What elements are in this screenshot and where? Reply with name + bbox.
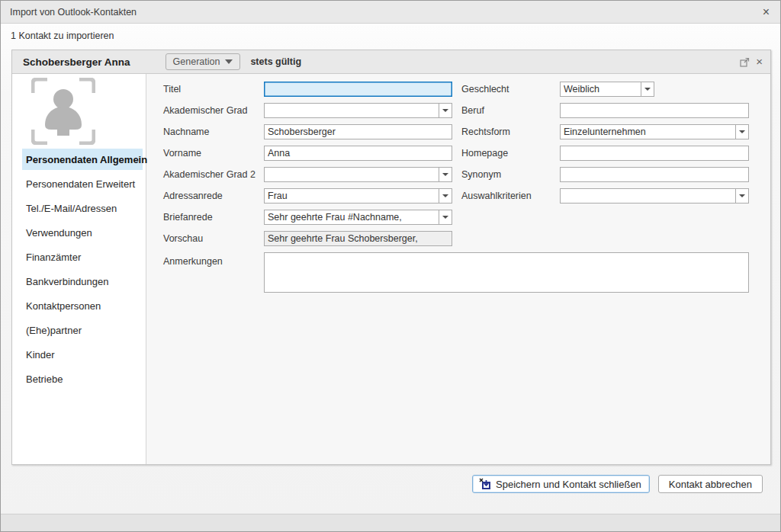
field-wrap-anmerkungen xyxy=(264,252,749,293)
sidebar-item-label: Verwendungen xyxy=(26,227,92,239)
chevron-down-icon xyxy=(442,109,448,112)
field-wrap-akademischer-grad xyxy=(264,103,452,118)
field-adressanrede[interactable] xyxy=(265,189,439,203)
contact-form: TitelAkademischer GradNachnameVornameAka… xyxy=(147,74,770,464)
chevron-down-icon xyxy=(442,173,448,176)
sidebar-item-label: Tel./E-Mail/Adressen xyxy=(26,203,117,214)
footer-buttons: Speichern und Kontakt schließen Kontakt … xyxy=(472,475,763,493)
panel-close-icon[interactable]: × xyxy=(756,56,763,67)
field-wrap-vorname xyxy=(264,146,452,161)
label-rechtsform: Rechtsform xyxy=(461,124,510,139)
field-beruf[interactable] xyxy=(561,104,748,117)
field-nachname[interactable] xyxy=(265,125,452,139)
contact-panel: Schobersberger Anna Generation stets gül… xyxy=(11,50,771,465)
chevron-down-icon xyxy=(739,194,745,197)
contact-panel-header: Schobersberger Anna Generation stets gül… xyxy=(12,50,770,74)
field-homepage[interactable] xyxy=(561,146,748,160)
sidebar-item-label: Kinder xyxy=(26,349,55,361)
field-rechtsform[interactable] xyxy=(561,125,735,139)
chevron-down-icon xyxy=(644,88,651,91)
chevron-down-icon xyxy=(442,216,448,219)
validity-text: stets gültig xyxy=(250,56,301,67)
sidebar-item-tel-e-mail-adressen[interactable]: Tel./E-Mail/Adressen xyxy=(22,197,143,219)
generation-button-label: Generation xyxy=(173,56,220,67)
sidebar-item-label: (Ehe)partner xyxy=(26,325,82,336)
field-wrap-rechtsform xyxy=(560,124,749,139)
sidebar-item-label: Betriebe xyxy=(26,373,63,385)
field-wrap-beruf xyxy=(560,103,749,118)
field-anmerkungen[interactable] xyxy=(265,253,748,292)
sidebar-item-personendaten-allgemein[interactable]: Personendaten Allgemein xyxy=(22,149,143,170)
label-titel: Titel xyxy=(163,82,181,97)
field-akademischer-grad-2[interactable] xyxy=(265,168,439,181)
field-synonym[interactable] xyxy=(561,168,748,181)
cancel-contact-button[interactable]: Kontakt abbrechen xyxy=(658,475,763,493)
label-auswahlkriterien: Auswahlkriterien xyxy=(461,188,532,204)
field-titel[interactable] xyxy=(265,82,452,96)
field-wrap-vorschau xyxy=(264,231,452,246)
field-briefanrede[interactable] xyxy=(265,210,439,224)
dropdown-button-adressanrede[interactable] xyxy=(439,189,452,203)
save-import-icon xyxy=(479,478,491,490)
window-close-icon[interactable]: × xyxy=(761,6,771,18)
field-wrap-synonym xyxy=(560,167,749,182)
label-homepage: Homepage xyxy=(461,146,508,161)
sidebar-item-label: Finanzämter xyxy=(26,252,81,263)
label-anmerkungen: Anmerkungen xyxy=(163,254,223,269)
field-akademischer-grad[interactable] xyxy=(265,104,439,117)
field-wrap-auswahlkriterien xyxy=(560,188,749,204)
field-geschlecht[interactable] xyxy=(561,82,641,96)
sidebar-item-ehe-partner[interactable]: (Ehe)partner xyxy=(22,319,143,341)
label-geschlecht: Geschlecht xyxy=(461,82,509,97)
save-and-close-button[interactable]: Speichern und Kontakt schließen xyxy=(472,475,650,493)
contact-panel-body: Personendaten AllgemeinPersonendaten Erw… xyxy=(12,74,770,464)
label-briefanrede: Briefanrede xyxy=(163,210,213,225)
titlebar: Import von Outlook-Kontakten × xyxy=(1,1,780,24)
contact-name: Schobersberger Anna xyxy=(23,56,130,68)
chevron-down-icon xyxy=(739,130,745,133)
sidebar-item-label: Bankverbindungen xyxy=(26,276,108,287)
contact-photo-placeholder[interactable] xyxy=(31,78,95,145)
sidebar-item-betriebe[interactable]: Betriebe xyxy=(22,368,143,389)
dropdown-button-geschlecht[interactable] xyxy=(641,82,654,96)
label-adressanrede: Adressanrede xyxy=(163,188,223,204)
sidebar-item-verwendungen[interactable]: Verwendungen xyxy=(22,222,143,243)
person-icon xyxy=(45,89,82,136)
chevron-down-icon xyxy=(442,194,448,197)
field-wrap-homepage xyxy=(560,146,749,161)
save-button-label: Speichern und Kontakt schließen xyxy=(496,479,641,490)
label-akademischer-grad-2: Akademischer Grad 2 xyxy=(163,167,256,182)
dropdown-button-akademischer-grad-2[interactable] xyxy=(439,168,452,181)
sidebar: Personendaten AllgemeinPersonendaten Erw… xyxy=(12,74,146,464)
sidebar-item-kinder[interactable]: Kinder xyxy=(22,344,143,365)
field-wrap-geschlecht xyxy=(560,82,654,97)
import-dialog-window: Import von Outlook-Kontakten × 1 Kontakt… xyxy=(0,0,781,532)
dropdown-button-rechtsform[interactable] xyxy=(735,125,748,139)
sidebar-item-bankverbindungen[interactable]: Bankverbindungen xyxy=(22,271,143,292)
label-vorname: Vorname xyxy=(163,146,201,161)
field-wrap-briefanrede xyxy=(264,210,452,225)
label-nachname: Nachname xyxy=(163,124,209,139)
field-wrap-nachname xyxy=(264,124,452,139)
sidebar-item-personendaten-erweitert[interactable]: Personendaten Erweitert xyxy=(22,173,143,194)
label-beruf: Beruf xyxy=(461,103,484,118)
generation-button[interactable]: Generation xyxy=(166,53,241,70)
sidebar-item-finanzaemter[interactable]: Finanzämter xyxy=(22,246,143,268)
dropdown-button-briefanrede[interactable] xyxy=(439,210,452,224)
sidebar-nav: Personendaten AllgemeinPersonendaten Erw… xyxy=(22,149,143,393)
cancel-button-label: Kontakt abbrechen xyxy=(669,479,752,490)
sidebar-item-label: Kontaktpersonen xyxy=(26,300,101,312)
field-auswahlkriterien[interactable] xyxy=(561,189,735,203)
label-synonym: Synonym xyxy=(461,167,501,182)
field-vorschau xyxy=(265,232,452,245)
sidebar-item-kontaktpersonen[interactable]: Kontaktpersonen xyxy=(22,295,143,316)
dropdown-button-auswahlkriterien[interactable] xyxy=(735,189,748,203)
label-vorschau: Vorschau xyxy=(163,231,203,246)
field-wrap-adressanrede xyxy=(264,188,452,204)
dropdown-button-akademischer-grad[interactable] xyxy=(439,104,452,117)
popout-icon[interactable] xyxy=(740,57,750,67)
field-vorname[interactable] xyxy=(265,146,452,160)
field-wrap-akademischer-grad-2 xyxy=(264,167,452,182)
import-count-text: 1 Kontakt zu importieren xyxy=(11,30,114,41)
chevron-down-icon xyxy=(225,59,233,64)
